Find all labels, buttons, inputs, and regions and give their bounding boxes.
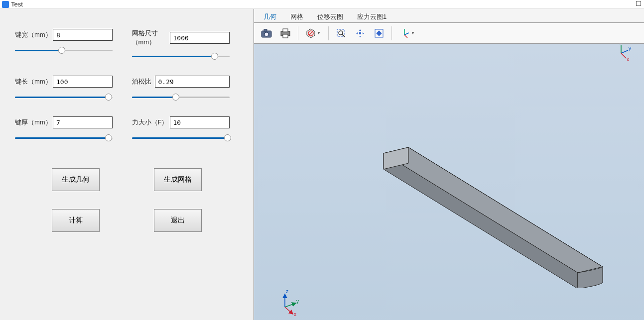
svg-point-10 (339, 31, 343, 35)
svg-line-30 (285, 307, 293, 314)
svg-text:y: y (296, 299, 299, 304)
key-length-label: 键长（mm） (15, 77, 53, 86)
force-input[interactable] (170, 116, 230, 128)
svg-line-24 (621, 53, 626, 58)
generate-mesh-button[interactable]: 生成网格 (154, 168, 202, 191)
zoom-to-box-button[interactable] (333, 25, 350, 42)
svg-text:x: x (294, 312, 296, 317)
svg-line-17 (404, 35, 407, 38)
svg-text:z: z (286, 289, 288, 294)
svg-point-1 (264, 32, 268, 36)
toolbar-separator (298, 26, 298, 40)
svg-line-29 (285, 303, 296, 307)
axis-orient-icon (399, 28, 410, 39)
tab-mesh[interactable]: 网格 (284, 10, 310, 22)
svg-rect-4 (283, 29, 288, 32)
mesh-size-label: 网格尺寸（mm） (132, 29, 170, 47)
key-thickness-label: 键厚（mm） (15, 118, 53, 127)
poisson-ratio-row: 泊松比 (132, 76, 239, 103)
3d-viewport[interactable]: z y x z y x (254, 44, 644, 320)
svg-rect-12 (359, 32, 361, 34)
toolbar-separator (391, 26, 392, 40)
poisson-ratio-label: 泊松比 (132, 77, 155, 86)
camera-icon (261, 29, 272, 38)
compute-button[interactable]: 计算 (52, 209, 100, 232)
key-width-slider[interactable] (15, 46, 113, 56)
toolbar-separator (328, 26, 329, 40)
tab-geometry[interactable]: 几何 (257, 10, 283, 22)
svg-marker-19 (384, 153, 578, 288)
app-icon (2, 1, 9, 8)
chevron-down-icon: ▼ (317, 31, 321, 35)
fit-window-button[interactable] (371, 25, 387, 42)
poisson-ratio-slider[interactable] (132, 93, 230, 103)
key-width-label: 键宽（mm） (15, 30, 53, 39)
titlebar: Test (0, 0, 644, 9)
svg-text:z: z (619, 44, 622, 45)
force-label: 力大小（F） (132, 118, 170, 127)
axis-orient-button[interactable]: ▼ (396, 25, 418, 42)
key-width-row: 键宽（mm） (15, 29, 122, 62)
svg-text:y: y (629, 46, 631, 51)
svg-marker-18 (384, 147, 603, 273)
print-button[interactable] (277, 25, 294, 42)
key-length-row: 键长（mm） (15, 76, 122, 103)
window-title: Test (11, 0, 23, 8)
pan-button[interactable] (352, 25, 369, 42)
mesh-size-row: 网格尺寸（mm） (132, 29, 239, 62)
generate-geometry-button[interactable]: 生成几何 (52, 168, 100, 191)
key-thickness-row: 键厚（mm） (15, 116, 122, 143)
key-length-slider[interactable] (15, 93, 113, 103)
mesh-size-input[interactable] (170, 32, 230, 44)
svg-line-16 (404, 33, 409, 35)
viewer-toolbar: ▼ (254, 23, 644, 44)
mesh-size-slider[interactable] (132, 52, 230, 62)
svg-rect-2 (264, 29, 267, 31)
key-length-input[interactable] (53, 76, 113, 88)
force-row: 力大小（F） (132, 116, 239, 143)
svg-text:x: x (627, 57, 629, 62)
key-thickness-input[interactable] (53, 116, 113, 128)
shading-mode-button[interactable]: ▼ (302, 25, 324, 42)
parameters-panel: 键宽（mm） 网格尺寸（mm） (0, 9, 254, 320)
svg-line-23 (621, 50, 628, 53)
print-icon (280, 28, 291, 38)
force-slider[interactable] (132, 133, 230, 143)
axis-triad-bottom-icon: z y x (275, 287, 305, 317)
geometry-model-icon (294, 108, 613, 288)
poisson-ratio-input[interactable] (155, 76, 230, 88)
svg-line-21 (408, 147, 603, 267)
fit-window-icon (374, 28, 384, 38)
svg-rect-5 (283, 34, 288, 38)
axis-triad-top-icon: z y x (613, 44, 636, 62)
snapshot-button[interactable] (258, 25, 275, 42)
shading-mode-icon (306, 28, 316, 38)
pan-icon (355, 28, 365, 38)
maximize-icon[interactable] (636, 1, 641, 6)
key-width-input[interactable] (53, 29, 113, 41)
zoom-to-box-icon (336, 28, 346, 38)
exit-button[interactable]: 退出 (154, 209, 202, 232)
key-thickness-slider[interactable] (15, 133, 113, 143)
tab-displacement[interactable]: 位移云图 (311, 10, 350, 22)
svg-rect-14 (376, 30, 382, 36)
view-tabs: 几何 网格 位移云图 应力云图1 (254, 9, 644, 23)
chevron-down-icon: ▼ (411, 31, 415, 35)
render-panel: 几何 网格 位移云图 应力云图1 (254, 9, 644, 320)
tab-stress[interactable]: 应力云图1 (351, 10, 393, 22)
